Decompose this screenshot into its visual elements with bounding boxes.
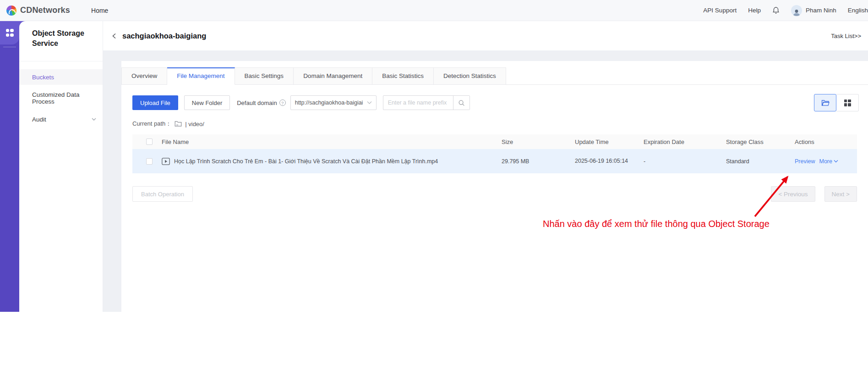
main-area: sachgiaokhoa-baigiang Task List>> Overvi… xyxy=(103,21,868,312)
bucket-header: sachgiaokhoa-baigiang Task List>> xyxy=(103,21,868,50)
navbar-right: API Support Help Pham Ninh English xyxy=(703,5,862,16)
help-question-icon[interactable]: ? xyxy=(279,100,286,106)
file-table: File Name Size Update Time Expiration Da… xyxy=(132,134,857,173)
back-button[interactable] xyxy=(111,33,118,39)
col-file-name: File Name xyxy=(162,138,189,145)
rail-divider xyxy=(3,47,16,47)
user-name: Pham Ninh xyxy=(806,7,836,14)
batch-operation-button[interactable]: Batch Operation xyxy=(132,186,193,202)
more-link[interactable]: More xyxy=(819,158,838,165)
tab-overview[interactable]: Overview xyxy=(121,67,167,85)
view-toggle-group xyxy=(814,94,859,111)
file-name-link[interactable]: Học Lập Trình Scratch Cho Trẻ Em - Bài 1… xyxy=(174,158,438,165)
new-folder-button[interactable]: New Folder xyxy=(184,95,230,110)
default-domain-text: Default domain xyxy=(237,100,277,106)
sidebar-title: Object Storage Service xyxy=(19,21,103,61)
col-storage-class: Storage Class xyxy=(726,138,795,145)
chevron-down-icon xyxy=(367,101,372,105)
sidebar-item-label: Buckets xyxy=(32,74,54,81)
language-selector[interactable]: English xyxy=(848,7,868,14)
task-list-link[interactable]: Task List>> xyxy=(831,33,861,39)
col-expiration-date: Expiration Date xyxy=(644,138,726,145)
nav-api-support[interactable]: API Support xyxy=(703,7,737,14)
folder-icon[interactable] xyxy=(175,121,182,127)
nav-help[interactable]: Help xyxy=(748,7,761,14)
top-navbar: CDNetworks Home API Support Help Pham Ni… xyxy=(0,0,868,21)
select-all-checkbox[interactable] xyxy=(146,138,153,145)
annotation-text: Nhấn vào đây để xem thử file thông qua O… xyxy=(543,219,770,229)
sidebar-menu: Buckets Customized Data Process Audit xyxy=(19,61,103,127)
chevron-down-icon xyxy=(834,160,838,163)
service-sidebar: Object Storage Service Buckets Customize… xyxy=(19,21,103,312)
col-update-time: Update Time xyxy=(575,138,644,145)
tab-domain-management[interactable]: Domain Management xyxy=(294,67,372,85)
chevron-down-icon xyxy=(92,117,96,121)
current-path-value: | video/ xyxy=(185,121,204,127)
current-path: Current path： | video/ xyxy=(132,120,857,128)
pagination: < Previous Next > xyxy=(771,186,857,202)
row-checkbox[interactable] xyxy=(146,158,153,165)
video-file-icon xyxy=(162,158,170,165)
grid-view-icon xyxy=(844,100,851,106)
grid-view-button[interactable] xyxy=(836,94,859,111)
user-menu[interactable]: Pham Ninh xyxy=(791,5,836,16)
sidebar-item-label: Audit xyxy=(32,116,46,123)
sidebar-item-label: Customized Data Process xyxy=(32,91,96,105)
sidebar-item-buckets[interactable]: Buckets xyxy=(19,69,103,85)
more-label: More xyxy=(819,158,832,165)
sidebar-item-audit[interactable]: Audit xyxy=(19,111,103,127)
next-page-button[interactable]: Next > xyxy=(824,186,857,202)
sidebar-item-customized-data-process[interactable]: Customized Data Process xyxy=(19,90,103,106)
bucket-tabs: Overview File Management Basic Settings … xyxy=(121,67,868,85)
col-size: Size xyxy=(502,138,575,145)
apps-grid-button[interactable] xyxy=(0,21,19,44)
preview-link[interactable]: Preview xyxy=(795,158,815,165)
table-row: Học Lập Trình Scratch Cho Trẻ Em - Bài 1… xyxy=(132,149,857,173)
file-search xyxy=(383,95,470,110)
cdnetworks-logo-icon xyxy=(6,6,16,16)
upload-file-button[interactable]: Upload File xyxy=(132,95,178,110)
table-footer: Batch Operation < Previous Next > xyxy=(132,186,857,202)
col-actions: Actions xyxy=(795,138,857,145)
avatar xyxy=(791,5,802,16)
file-toolbar: Upload File New Folder Default domain ? … xyxy=(132,94,859,111)
tab-detection-statistics[interactable]: Detection Statistics xyxy=(434,67,506,85)
notification-bell-icon[interactable] xyxy=(772,6,780,14)
search-button[interactable] xyxy=(453,96,469,110)
tab-basic-settings[interactable]: Basic Settings xyxy=(235,67,294,85)
current-path-label: Current path： xyxy=(132,120,171,128)
folder-view-icon xyxy=(821,100,830,106)
previous-page-button[interactable]: < Previous xyxy=(771,186,815,202)
brand-logo[interactable]: CDNetworks xyxy=(6,6,70,16)
nav-home[interactable]: Home xyxy=(91,7,108,14)
row-actions: Preview More xyxy=(795,158,857,165)
table-header: File Name Size Update Time Expiration Da… xyxy=(132,134,857,149)
bucket-name-title: sachgiaokhoa-baigiang xyxy=(122,32,206,40)
file-storage-class: Standard xyxy=(726,158,795,165)
default-domain-label: Default domain ? xyxy=(237,100,285,106)
search-input[interactable] xyxy=(383,96,453,110)
domain-select[interactable]: http://sachgiaokhoa-baigiai xyxy=(290,95,377,110)
file-size: 29.795 MB xyxy=(502,158,575,165)
app-rail xyxy=(0,21,19,312)
domain-select-value: http://sachgiaokhoa-baigiai xyxy=(295,100,365,106)
apps-grid-icon xyxy=(6,29,14,37)
tab-file-management[interactable]: File Management xyxy=(167,67,235,85)
content-card: Overview File Management Basic Settings … xyxy=(121,61,868,312)
folder-view-button[interactable] xyxy=(814,94,836,111)
tab-basic-statistics[interactable]: Basic Statistics xyxy=(372,67,434,85)
file-update-time: 2025-06-19 16:05:14 xyxy=(575,157,632,165)
brand-name: CDNetworks xyxy=(20,6,70,15)
file-expiration-date: - xyxy=(644,158,726,165)
